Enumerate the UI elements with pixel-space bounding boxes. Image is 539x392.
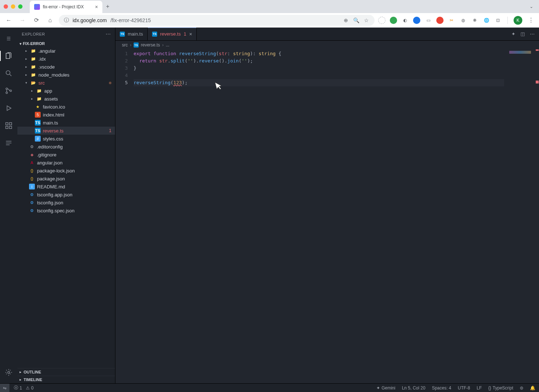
extension-icon[interactable] — [436, 17, 444, 24]
sidebar-more-button[interactable]: ⋯ — [106, 31, 111, 37]
extension-icon[interactable] — [390, 17, 397, 24]
warning-icon: ⚠ — [26, 385, 30, 391]
file-gitignore[interactable]: ◈.gitignore — [17, 151, 115, 159]
file-package-lock[interactable]: {}package-lock.json — [17, 167, 115, 175]
reload-button[interactable]: ⟳ — [31, 15, 41, 25]
error-icon: ⓧ — [14, 385, 18, 391]
divider — [507, 17, 508, 24]
zoom-icon[interactable]: 🔍 — [353, 17, 359, 24]
svg-point-3 — [10, 90, 12, 92]
ts-file-icon: TS — [120, 32, 125, 37]
indentation[interactable]: Spaces: 4 — [432, 385, 451, 391]
editor-more-icon[interactable]: ⋯ — [530, 31, 535, 37]
close-window-button[interactable] — [4, 4, 8, 9]
file-main-ts[interactable]: TSmain.ts — [17, 119, 115, 127]
browser-tab-strip: fix-error - Project IDX × + ⌄ — [0, 0, 539, 13]
code-content[interactable]: export function reverseString(str: strin… — [134, 49, 504, 383]
home-button[interactable]: ⌂ — [45, 15, 55, 25]
split-editor-icon[interactable]: ◫ — [520, 31, 525, 37]
extension-icon[interactable]: ❋ — [471, 17, 478, 24]
browser-toolbar: ← → ⟳ ⌂ ⓘ idx.google.com/fix-error-42962… — [0, 13, 539, 28]
file-index-html[interactable]: 5index.html — [17, 111, 115, 119]
eol[interactable]: LF — [477, 385, 482, 391]
extensions-tab[interactable] — [0, 118, 17, 134]
file-editorconfig[interactable]: ⚙.editorconfig — [17, 143, 115, 151]
folder-app[interactable]: ▸📁app — [17, 87, 115, 95]
extension-icon[interactable] — [378, 17, 385, 24]
search-tab[interactable] — [0, 65, 17, 81]
extension-icon[interactable]: ◍ — [460, 17, 467, 24]
browser-tab[interactable]: fix-error - Project IDX × — [30, 1, 102, 13]
address-bar[interactable]: ⓘ idx.google.com/fix-error-4296215 ⊕ 🔍 ☆ — [59, 15, 375, 26]
source-control-tab[interactable] — [0, 83, 17, 99]
folder-node-modules[interactable]: ▸📁node_modules — [17, 71, 115, 79]
file-tsconfig[interactable]: ⚙tsconfig.json — [17, 199, 115, 207]
gemini-button[interactable]: ✦Gemini — [376, 385, 395, 391]
outline-section[interactable]: ▸OUTLINE — [17, 368, 115, 376]
file-readme[interactable]: iREADME.md — [17, 183, 115, 191]
cursor-position[interactable]: Ln 5, Col 20 — [402, 385, 425, 391]
tab-error-badge: 1 — [184, 31, 186, 37]
file-tree: ▸📁.angular ▸📁.idx ▸📁.vscode ▸📁node_modul… — [17, 47, 115, 368]
file-styles-css[interactable]: #styles.css — [17, 135, 115, 143]
settings-button[interactable] — [0, 364, 17, 380]
feedback-icon[interactable]: ⊜ — [520, 385, 523, 391]
editor-area: TS main.ts TS reverse.ts 1 × ✦ ◫ ⋯ src › — [115, 28, 539, 383]
back-button[interactable]: ← — [4, 15, 14, 25]
new-tab-button[interactable]: + — [102, 3, 113, 10]
remote-indicator[interactable]: ⇋ — [0, 384, 9, 392]
extension-icon[interactable]: ✂ — [448, 17, 455, 24]
menu-button[interactable]: ☰ — [0, 30, 17, 46]
idx-tab[interactable] — [0, 135, 17, 151]
project-name: FIX-ERROR — [23, 41, 45, 46]
file-angular-json[interactable]: Aangular.json — [17, 159, 115, 167]
extension-icon[interactable] — [413, 17, 420, 24]
idx-favicon — [34, 4, 40, 10]
folder-src[interactable]: ▾📂src — [17, 79, 115, 87]
editor-tab-reverse[interactable]: TS reverse.ts 1 × — [148, 28, 197, 40]
encoding[interactable]: UTF-8 — [458, 385, 470, 391]
maximize-window-button[interactable] — [18, 4, 23, 9]
explorer-tab[interactable] — [0, 48, 17, 64]
run-debug-tab[interactable] — [0, 100, 17, 116]
forward-button[interactable]: → — [17, 15, 28, 25]
notifications-icon[interactable]: 🔔 — [530, 385, 535, 391]
error-marker[interactable] — [536, 81, 539, 83]
problems-indicator[interactable]: ⓧ1 ⚠0 — [14, 385, 33, 391]
language-mode[interactable]: {}TypeScript — [488, 385, 513, 391]
file-tsconfig-spec[interactable]: ⚙tsconfig.spec.json — [17, 207, 115, 215]
site-info-icon[interactable]: ⓘ — [64, 17, 69, 24]
extension-icon[interactable]: ◐ — [401, 17, 409, 24]
tabs-dropdown-button[interactable]: ⌄ — [527, 2, 535, 11]
activity-bar: ☰ — [0, 28, 17, 383]
project-header[interactable]: ▾ FIX-ERROR — [17, 40, 115, 47]
folder-assets[interactable]: ▸📁assets — [17, 95, 115, 103]
code-editor[interactable]: 1 2 3 4 5 export function reverseString(… — [115, 49, 539, 383]
minimap[interactable] — [504, 49, 539, 383]
file-reverse-ts[interactable]: TSreverse.ts1 — [17, 127, 115, 135]
install-app-icon[interactable]: ⊕ — [343, 17, 349, 24]
timeline-section[interactable]: ▸TIMELINE — [17, 376, 115, 383]
modified-indicator — [109, 82, 111, 84]
minimize-window-button[interactable] — [11, 4, 15, 9]
svg-rect-5 — [9, 123, 12, 125]
chrome-menu-button[interactable]: ⋮ — [527, 15, 535, 25]
profile-avatar[interactable]: K — [514, 16, 522, 25]
extension-icon[interactable]: 🌐 — [483, 17, 490, 24]
close-tab-button[interactable]: × — [95, 4, 98, 10]
folder-angular[interactable]: ▸📁.angular — [17, 47, 115, 55]
ai-sparkle-icon[interactable]: ✦ — [511, 31, 515, 37]
sidebar: EXPLORER ⋯ ▾ FIX-ERROR ▸📁.angular ▸📁.idx… — [17, 28, 115, 383]
bookmark-icon[interactable]: ☆ — [363, 17, 369, 24]
extensions-menu-icon[interactable]: ⊡ — [494, 17, 502, 24]
file-favicon[interactable]: ★favicon.ico — [17, 103, 115, 111]
folder-idx[interactable]: ▸📁.idx — [17, 55, 115, 63]
close-tab-icon[interactable]: × — [189, 31, 192, 37]
extension-icon[interactable]: ▭ — [425, 17, 432, 24]
editor-actions: ✦ ◫ ⋯ — [507, 28, 539, 40]
file-tsconfig-app[interactable]: ⚙tsconfig.app.json — [17, 191, 115, 199]
editor-tab-main[interactable]: TS main.ts — [115, 28, 148, 40]
folder-vscode[interactable]: ▸📁.vscode — [17, 63, 115, 71]
breadcrumb[interactable]: src › TS reverse.ts › ... — [115, 41, 539, 49]
file-package-json[interactable]: {}package.json — [17, 175, 115, 183]
